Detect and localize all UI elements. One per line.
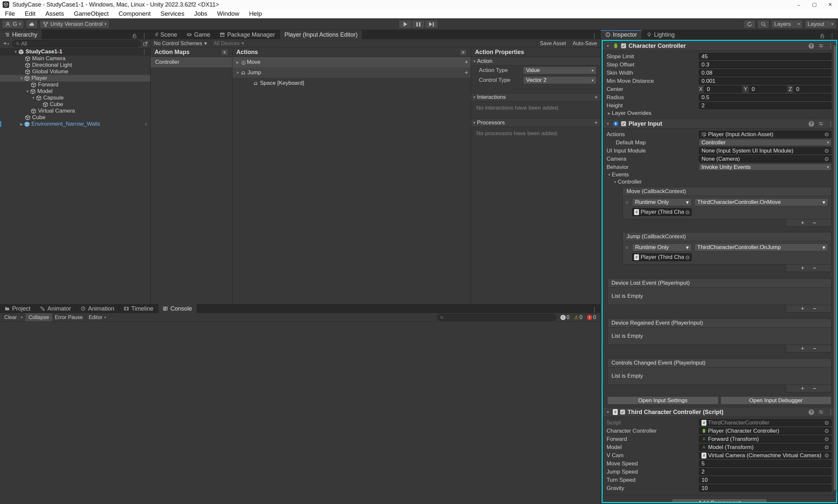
- add-action-button[interactable]: +: [460, 49, 467, 56]
- add-gameobject-button[interactable]: +▾: [2, 40, 11, 47]
- hierarchy-item-forward[interactable]: Forward: [0, 82, 150, 88]
- action-jump[interactable]: ▼ Jump +: [232, 68, 471, 78]
- version-control-button[interactable]: Unity Version Control ▾: [40, 20, 109, 29]
- error-count-toggle[interactable]: !0: [585, 314, 598, 320]
- foldout-open-icon[interactable]: ▼: [19, 76, 24, 80]
- search-button[interactable]: [757, 20, 769, 29]
- tab-hierarchy[interactable]: Hierarchy: [0, 30, 42, 39]
- model-field[interactable]: Model (Transform)⊙: [699, 444, 832, 451]
- control-schemes-dropdown[interactable]: No Control Schemes▾: [150, 39, 211, 48]
- open-input-debugger-button[interactable]: Open Input Debugger: [720, 396, 832, 404]
- menu-services[interactable]: Services: [156, 9, 189, 18]
- foldout-open-icon[interactable]: ▼: [605, 122, 610, 126]
- kebab-menu-icon[interactable]: ⋮: [828, 409, 834, 416]
- action-map-controller[interactable]: Controller: [150, 57, 232, 68]
- component-enabled-checkbox[interactable]: ✓: [620, 410, 625, 415]
- object-picker-icon[interactable]: ⊙: [824, 156, 829, 162]
- turn-speed-field[interactable]: 10: [699, 476, 832, 483]
- hierarchy-item-environment-narrow-walls[interactable]: ▶ Environment_Narrow_Walls ›: [0, 121, 150, 127]
- tab-scene[interactable]: #Scene: [150, 30, 182, 39]
- object-picker-icon[interactable]: ⊙: [824, 131, 829, 138]
- event-mode-dropdown[interactable]: Runtime Only▾: [632, 198, 692, 206]
- jump-speed-field[interactable]: 2: [699, 468, 832, 475]
- auto-save-toggle[interactable]: Auto-Save: [569, 40, 600, 47]
- action-move[interactable]: ▶ ◎ Move +: [232, 57, 471, 68]
- move-callback-dropdown[interactable]: ThirdCharacterController.OnMove▾: [694, 198, 828, 206]
- control-type-dropdown[interactable]: Vector 2▾: [523, 76, 596, 84]
- hierarchy-item-cube-child[interactable]: Cube: [0, 101, 150, 108]
- remove-event-button[interactable]: −: [813, 385, 816, 392]
- kebab-menu-icon[interactable]: ⋮: [828, 121, 834, 127]
- move-event-target-field[interactable]: #Player (Third Chara⊙: [632, 208, 692, 216]
- script-field[interactable]: #ThirdCharacterController⊙: [699, 419, 832, 426]
- close-button[interactable]: ✕: [822, 0, 838, 9]
- presets-icon[interactable]: [818, 43, 824, 49]
- menu-help[interactable]: Help: [244, 9, 267, 18]
- add-event-button[interactable]: +: [801, 385, 804, 392]
- move-speed-field[interactable]: 5: [699, 460, 832, 467]
- remove-event-button[interactable]: −: [813, 305, 816, 312]
- tab-inspector[interactable]: Inspector: [601, 30, 642, 39]
- inspector-scrollbar[interactable]: [834, 43, 836, 493]
- controller-events-foldout[interactable]: ▼Controller: [603, 178, 836, 185]
- save-asset-button[interactable]: Save Asset: [536, 40, 569, 47]
- add-processor-button[interactable]: +: [594, 120, 598, 126]
- object-picker-icon[interactable]: ⊙: [824, 436, 829, 442]
- collapse-button[interactable]: Collapse: [25, 313, 52, 321]
- hierarchy-search-input[interactable]: All: [13, 40, 140, 47]
- step-offset-field[interactable]: 0.3: [699, 61, 832, 68]
- menu-component[interactable]: Component: [113, 9, 156, 18]
- component-enabled-checkbox[interactable]: ✓: [621, 43, 626, 49]
- tab-input-actions-editor[interactable]: Player (Input Actions Editor): [280, 30, 362, 39]
- jump-event-target-field[interactable]: #Player (Third Chara⊙: [632, 253, 692, 261]
- add-action-map-button[interactable]: +: [221, 49, 228, 56]
- undo-history-button[interactable]: [744, 20, 755, 29]
- vcam-field[interactable]: #Virtual Camera (Cinemachine Virtual Cam…: [699, 452, 832, 459]
- foldout-open-icon[interactable]: ▼: [605, 410, 610, 414]
- play-button[interactable]: [399, 20, 412, 29]
- add-component-button[interactable]: Add Component: [672, 499, 767, 503]
- error-pause-button[interactable]: Error Pause: [52, 313, 86, 321]
- component-enabled-checkbox[interactable]: ✓: [621, 121, 626, 126]
- center-y-field[interactable]: 0: [749, 86, 787, 93]
- drag-handle-icon[interactable]: =: [626, 200, 629, 205]
- tab-animator[interactable]: Animator: [35, 304, 76, 313]
- menu-assets[interactable]: Assets: [40, 9, 69, 18]
- hierarchy-item-directional-light[interactable]: Directional Light: [0, 62, 150, 68]
- event-mode-dropdown[interactable]: Runtime Only▾: [632, 244, 692, 251]
- gravity-field[interactable]: 10: [699, 485, 832, 491]
- behavior-dropdown[interactable]: Invoke Unity Events▾: [699, 164, 832, 170]
- info-count-toggle[interactable]: !0: [559, 314, 571, 320]
- add-event-button[interactable]: +: [801, 305, 804, 312]
- radius-field[interactable]: 0.5: [699, 94, 832, 101]
- cloud-button[interactable]: [26, 20, 38, 29]
- min-move-distance-field[interactable]: 0.001: [699, 77, 832, 85]
- object-picker-icon[interactable]: ⊙: [824, 419, 829, 426]
- layout-dropdown[interactable]: Layout▾: [805, 20, 836, 29]
- foldout-closed-icon[interactable]: ▶: [19, 122, 24, 126]
- lock-icon[interactable]: [131, 33, 138, 39]
- foldout-closed-icon[interactable]: ▶: [235, 60, 240, 65]
- camera-field[interactable]: None (Camera)⊙: [699, 156, 832, 162]
- foldout-open-icon[interactable]: ▼: [472, 95, 477, 99]
- presets-icon[interactable]: [818, 121, 824, 127]
- default-map-dropdown[interactable]: Controller▾: [699, 139, 832, 146]
- hierarchy-item-main-camera[interactable]: Main Camera: [0, 55, 150, 62]
- height-field[interactable]: 2: [699, 102, 832, 109]
- kebab-menu-icon[interactable]: ⋮: [591, 32, 597, 39]
- tab-console[interactable]: Console: [158, 304, 197, 313]
- foldout-open-icon[interactable]: ▼: [31, 96, 36, 100]
- center-z-field[interactable]: 0: [794, 86, 832, 93]
- menu-jobs[interactable]: Jobs: [189, 9, 212, 18]
- events-foldout[interactable]: ▼Events: [603, 171, 836, 178]
- scene-header-row[interactable]: ▼ StudyCase1-1 ⋮: [0, 49, 150, 55]
- kebab-menu-icon[interactable]: ⋮: [141, 49, 147, 55]
- add-event-button[interactable]: +: [801, 220, 804, 227]
- binding-space-keyboard[interactable]: Space [Keyboard]: [232, 78, 471, 88]
- player-input-header[interactable]: ▼ ✓ Player Input ? ⋮: [603, 119, 836, 129]
- tab-animation[interactable]: Animation: [76, 304, 119, 313]
- add-event-button[interactable]: +: [801, 265, 804, 272]
- pop-out-icon[interactable]: [142, 41, 148, 47]
- slope-limit-field[interactable]: 45: [699, 53, 832, 60]
- hierarchy-item-global-volume[interactable]: Global Volume: [0, 68, 150, 75]
